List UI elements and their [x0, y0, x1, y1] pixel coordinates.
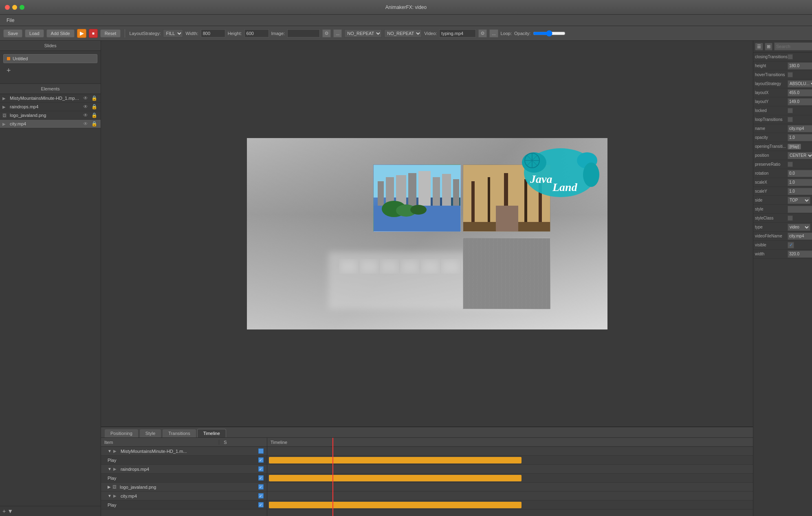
image-dots-button[interactable]: ⊙: [322, 29, 331, 37]
prop-input-style[interactable]: [788, 206, 812, 213]
tabs-bar: Positioning Style Transitions Timeline: [101, 427, 753, 438]
prop-select-position[interactable]: CENTER: [788, 152, 812, 159]
no-repeat-1-select[interactable]: NO_REPEAT: [344, 29, 382, 37]
play-button[interactable]: ▶: [77, 29, 86, 38]
tl-arrow-0[interactable]: ▼: [108, 449, 112, 453]
tab-positioning[interactable]: Positioning: [104, 429, 139, 437]
track-bar-6[interactable]: [269, 502, 522, 508]
tl-checkbox-5[interactable]: ✓: [255, 493, 267, 498]
city-thumbnail: [373, 165, 461, 232]
eye-icon-0[interactable]: 👁: [82, 95, 89, 101]
slide-item[interactable]: Untitled: [3, 54, 97, 63]
minimize-button[interactable]: [12, 5, 17, 10]
prop-input-rotation[interactable]: [788, 170, 812, 177]
video-more-button[interactable]: ...: [489, 29, 498, 37]
eye-icon-3[interactable]: 👁: [82, 121, 89, 127]
opacity-slider[interactable]: [533, 30, 566, 37]
prop-checkbox-hoverTransitions[interactable]: [788, 72, 793, 77]
tl-checkbox-0[interactable]: ​: [255, 448, 267, 454]
layout-strategy-select[interactable]: FILL: [163, 29, 183, 37]
tl-checkbox-1[interactable]: ✓: [255, 457, 267, 463]
width-input[interactable]: [201, 29, 225, 37]
image-more-button[interactable]: ...: [333, 29, 342, 37]
tab-transitions[interactable]: Transitions: [162, 429, 196, 437]
timeline-row-4[interactable]: ▶ 🖼 logo_javaland.png ✓: [101, 483, 267, 492]
window-controls[interactable]: [5, 5, 24, 10]
prop-input-layoutY[interactable]: [788, 98, 812, 105]
element-item-1[interactable]: ▶ raindrops.mp4 👁 🔒: [0, 103, 101, 111]
canvas[interactable]: Java Land: [247, 138, 607, 329]
tab-style[interactable]: Style: [139, 429, 161, 437]
prop-input-width[interactable]: [788, 250, 812, 258]
toolbar: Save Load Add Slide ▶ ■ Reset LayoutStra…: [0, 26, 812, 41]
timeline-row-5[interactable]: ▼ ▶ city.mp4 ✓: [101, 492, 267, 501]
stop-button[interactable]: ■: [89, 29, 98, 38]
rp-grid-view-button[interactable]: ⊞: [765, 43, 772, 51]
prop-input-videoFileName[interactable]: [788, 233, 812, 240]
track-bar-1[interactable]: [269, 457, 522, 463]
prop-checkbox-styleClass[interactable]: [788, 215, 793, 221]
eye-icon-1[interactable]: 👁: [82, 104, 89, 110]
rp-list-view-button[interactable]: ☰: [755, 43, 763, 51]
lock-icon-3[interactable]: 🔒: [90, 121, 98, 127]
lock-icon-2[interactable]: 🔒: [90, 112, 98, 118]
tl-checkbox-3[interactable]: ✓: [255, 475, 267, 481]
tl-arrow-2[interactable]: ▼: [108, 467, 112, 471]
video-input[interactable]: [439, 29, 476, 37]
prop-input-height[interactable]: [788, 62, 812, 70]
svg-rect-17: [418, 171, 431, 206]
no-repeat-2-select[interactable]: NO_REPEAT: [384, 29, 422, 37]
height-input[interactable]: [244, 29, 269, 37]
prop-input-opacity[interactable]: [788, 134, 812, 141]
lock-icon-1[interactable]: 🔒: [90, 104, 98, 110]
delete-element-button[interactable]: ▼: [7, 508, 13, 514]
city-svg: [374, 165, 461, 232]
tl-arrow-5[interactable]: ▼: [108, 494, 112, 498]
prop-select-side[interactable]: TOP: [788, 197, 810, 204]
prop-play-openingTransitions[interactable]: [Play]: [788, 144, 801, 149]
prop-select-layoutStrategy[interactable]: ABSOLU...: [788, 80, 812, 88]
track-bar-3[interactable]: [269, 475, 522, 481]
element-item-3[interactable]: ▶ city.mp4 👁 🔒: [0, 120, 101, 128]
prop-input-layoutX[interactable]: [788, 89, 812, 97]
image-input[interactable]: [287, 29, 320, 37]
timeline-row-1[interactable]: Play ✓: [101, 456, 267, 465]
maximize-button[interactable]: [20, 5, 24, 10]
prop-select-type[interactable]: video: [788, 224, 810, 231]
prop-input-scaleY[interactable]: [788, 188, 812, 195]
timeline-row-6[interactable]: Play ✓: [101, 501, 267, 509]
prop-row-openingTransitions: openingTransiti... [Play]: [753, 142, 812, 151]
tl-checkbox-2[interactable]: ✓: [255, 466, 267, 472]
timeline-row-0[interactable]: ▼ ▶ MistyMountainsMinute-HD_1.m... ​: [101, 447, 267, 456]
timeline-row-2[interactable]: ▼ ▶ raindrops.mp4 ✓: [101, 465, 267, 474]
element-item-2[interactable]: 🖼 logo_javaland.png 👁 🔒: [0, 111, 101, 120]
prop-checkbox-preserveRatio[interactable]: [788, 162, 793, 167]
tl-playhead[interactable]: [332, 438, 333, 516]
prop-input-scaleX[interactable]: [788, 179, 812, 186]
tl-arrow-4[interactable]: ▶: [108, 485, 111, 489]
prop-input-name[interactable]: [788, 125, 812, 132]
add-slide-button[interactable]: Add Slide: [46, 29, 75, 37]
element-item-0[interactable]: ▶ MistyMountainsMinute-HD_1.mp4.n 👁 🔒: [0, 94, 101, 103]
prop-checkbox-loopTransitions[interactable]: [788, 117, 793, 122]
timeline-row-3[interactable]: Play ✓: [101, 474, 267, 483]
add-slide-plus-button[interactable]: +: [3, 65, 14, 77]
video-dots-button[interactable]: ⊙: [478, 29, 487, 37]
menu-file[interactable]: File: [3, 17, 18, 24]
tab-timeline[interactable]: Timeline: [197, 429, 226, 437]
tl-checkbox-4[interactable]: ✓: [255, 484, 267, 490]
prop-row-layoutX: layoutX: [753, 88, 812, 97]
close-button[interactable]: [5, 5, 10, 10]
video-label: Video:: [424, 31, 437, 36]
eye-icon-2[interactable]: 👁: [82, 112, 89, 118]
lock-icon-0[interactable]: 🔒: [90, 95, 98, 101]
reset-button[interactable]: Reset: [100, 29, 121, 37]
add-element-button[interactable]: +: [2, 508, 6, 514]
property-search-input[interactable]: [774, 42, 812, 51]
prop-checkbox-locked[interactable]: [788, 108, 793, 113]
prop-checkbox-closingTransitions[interactable]: [788, 54, 793, 59]
load-button[interactable]: Load: [25, 29, 44, 37]
tl-checkbox-6[interactable]: ✓: [255, 502, 267, 507]
save-button[interactable]: Save: [3, 29, 22, 37]
prop-checkbox-visible[interactable]: ✓: [788, 242, 794, 248]
